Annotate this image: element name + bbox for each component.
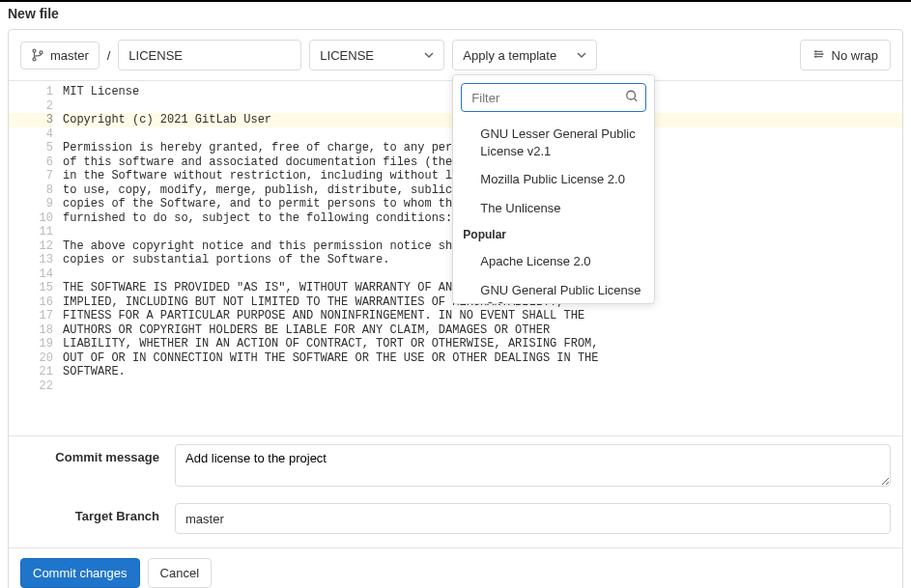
template-dropdown-list[interactable]: GNU Lesser General Public License v2.1Mo…	[453, 120, 654, 303]
editor-gutter: 12345678910111213141516171819202122	[9, 81, 63, 397]
branch-icon	[31, 48, 44, 62]
template-option[interactable]: Mozilla Public License 2.0	[453, 165, 654, 194]
file-type-select-label: LICENSE	[320, 48, 374, 63]
soft-wrap-toggle[interactable]: No wrap	[800, 40, 891, 70]
commit-message-input[interactable]	[175, 444, 891, 487]
page-title: New file	[0, 2, 911, 25]
template-select-label: Apply a template	[463, 48, 556, 63]
template-select[interactable]: Apply a template	[452, 40, 597, 70]
svg-point-0	[33, 49, 36, 52]
commit-message-label: Commit message	[20, 444, 175, 464]
cancel-button[interactable]: Cancel	[148, 558, 212, 588]
template-dropdown: GNU Lesser General Public License v2.1Mo…	[452, 74, 655, 304]
search-icon	[625, 90, 639, 106]
template-group-header: Popular	[453, 222, 654, 247]
template-option[interactable]: GNU Lesser General Public License v2.1	[453, 120, 654, 165]
branch-selector[interactable]: master	[20, 42, 100, 70]
template-filter-input[interactable]	[461, 83, 646, 112]
filename-input[interactable]	[118, 40, 301, 70]
svg-point-2	[40, 51, 43, 54]
chevron-down-icon	[424, 48, 434, 63]
new-file-panel: master / LICENSE Apply a template	[8, 29, 903, 588]
path-separator: /	[107, 48, 111, 63]
template-option[interactable]: Apache License 2.0	[453, 247, 654, 276]
svg-point-3	[627, 91, 636, 99]
chevron-down-icon	[577, 48, 586, 63]
svg-point-4	[814, 50, 816, 52]
file-type-select[interactable]: LICENSE	[309, 40, 444, 70]
svg-point-1	[33, 58, 36, 61]
template-option[interactable]: The Unlicense	[453, 194, 654, 223]
file-toolbar: master / LICENSE Apply a template	[9, 30, 902, 80]
target-branch-input[interactable]	[175, 503, 891, 534]
svg-point-5	[821, 52, 823, 54]
wrap-icon	[812, 47, 826, 64]
template-option[interactable]: GNU General Public License v3.0	[453, 276, 654, 303]
svg-point-6	[814, 55, 816, 57]
branch-name: master	[50, 48, 89, 63]
soft-wrap-label: No wrap	[832, 48, 878, 63]
commit-changes-button[interactable]: Commit changes	[20, 558, 140, 588]
target-branch-label: Target Branch	[20, 503, 175, 523]
